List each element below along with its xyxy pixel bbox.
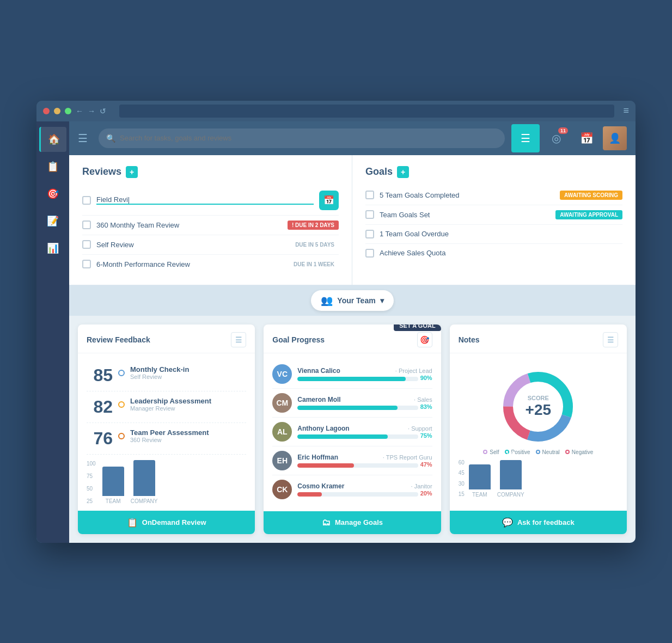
progress-bar-bg-cameron: [297, 406, 418, 410]
person-info-vienna: Vienna Calico · Project Lead 90%: [297, 367, 432, 381]
add-goal-button[interactable]: +: [397, 166, 409, 178]
review-checkbox[interactable]: [82, 240, 91, 249]
person-name-eric: Eric Hoffman: [297, 454, 338, 461]
review-item: Field Revi| 📅: [82, 186, 339, 216]
review-checkbox[interactable]: [82, 221, 91, 229]
progress-bar-fill-anthony: [297, 434, 388, 439]
bar-name-company: COMPANY: [131, 498, 158, 504]
progress-bar-fill-eric: [297, 463, 354, 468]
feedback-label: Team Peer Assessment: [130, 428, 209, 437]
chevron-down-icon: ▾: [380, 296, 384, 305]
donut-container: SCORE +25: [459, 369, 618, 445]
goal-progress-menu-button[interactable]: 🎯: [417, 332, 432, 347]
search-input[interactable]: [120, 134, 497, 142]
person-info-cosmo: Cosmo Kramer · Janitor 20%: [297, 482, 432, 497]
legend-label-neutral: Neutral: [542, 449, 560, 455]
ondemand-label: OnDemand Review: [142, 518, 206, 526]
person-avatar-eric: EH: [272, 451, 292, 470]
legend-dot-self: [483, 450, 487, 454]
y-label: 25: [87, 498, 96, 504]
app-container: 🏠 📋 🎯 📝 📊 ☰ 🔍: [36, 121, 636, 543]
notes-bar-group-team: +41 TEAM: [469, 464, 491, 498]
team-icon: 👥: [321, 295, 333, 307]
progress-bar-bg-cosmo: [297, 492, 418, 497]
chart-bar-company: 83: [133, 460, 155, 496]
review-checkbox[interactable]: [82, 196, 91, 205]
progress-pct-cameron: 83%: [420, 403, 432, 410]
manage-goals-label: Manage Goals: [335, 518, 383, 526]
ondemand-review-button[interactable]: 📋 OnDemand Review: [78, 511, 255, 534]
browser-dot-red[interactable]: [43, 108, 50, 114]
progress-row-anthony: 75%: [297, 432, 432, 439]
review-name-editing[interactable]: Field Revi|: [96, 195, 314, 205]
person-avatar-cosmo: CK: [272, 480, 292, 499]
goal-progress-card: Goal Progress 🎯 SET A GOAL VC Vienna Cal…: [264, 324, 441, 534]
manage-goals-button[interactable]: 🗂 Manage Goals: [264, 511, 441, 534]
legend-item-self: Self: [483, 449, 499, 455]
feedback-sublabel: 360 Review: [130, 437, 209, 443]
goal-progress-body: VC Vienna Calico · Project Lead: [264, 353, 441, 511]
team-selector[interactable]: 👥 Your Team ▾: [311, 290, 393, 311]
hamburger-icon[interactable]: ☰: [78, 132, 88, 145]
feedback-score-85: 85: [87, 365, 113, 385]
review-name: 360 Monthly Team Review: [96, 221, 282, 229]
sidebar-item-tasks[interactable]: 📋: [39, 154, 66, 179]
browser-dot-green[interactable]: [65, 108, 71, 114]
feedback-sublabel: Manager Review: [130, 405, 211, 412]
chart-y-labels: 100 75 50 25: [87, 461, 96, 504]
browser-window: ← → ↺ ≡ 🏠 📋 🎯 📝 📊: [36, 101, 636, 543]
goal-person-cameron: CM Cameron Moll · Sales: [272, 389, 432, 418]
notes-bar-chart: 60 45 30 15 +41: [459, 460, 618, 498]
calendar-button[interactable]: 📅: [572, 124, 601, 152]
list-icon: ☰: [521, 132, 530, 145]
set-goal-tooltip: SET A GOAL: [394, 324, 441, 331]
notes-menu-button[interactable]: ☰: [603, 332, 618, 347]
notes-bar-name-company: COMPANY: [497, 492, 524, 498]
browser-dot-yellow[interactable]: [54, 108, 60, 114]
review-checkbox[interactable]: [82, 260, 91, 268]
goal-item: Team Goals Set AWAITING APPROVAL: [365, 205, 622, 225]
review-item: 360 Monthly Team Review ! DUE IN 2 DAYS: [82, 216, 339, 235]
browser-titlebar: ← → ↺ ≡: [36, 101, 636, 121]
goal-checkbox[interactable]: [365, 230, 374, 238]
sidebar-item-home[interactable]: 🏠: [39, 127, 66, 152]
goal-item: Achieve Sales Quota: [365, 244, 622, 262]
person-info-cameron: Cameron Moll · Sales 83%: [297, 396, 432, 410]
person-role-cosmo: · Janitor: [411, 483, 432, 489]
progress-pct-eric: 47%: [420, 461, 432, 468]
address-bar[interactable]: [119, 105, 614, 118]
progress-row-cameron: 83%: [297, 403, 432, 410]
notes-y-label: 30: [459, 481, 465, 487]
target-button[interactable]: ◎ 11: [542, 124, 570, 152]
progress-row-eric: 47%: [297, 461, 432, 468]
feedback-dot-blue: [118, 370, 125, 376]
nav-forward[interactable]: →: [88, 107, 95, 115]
sidebar-item-goals[interactable]: 🎯: [39, 181, 66, 206]
reviews-icon: 📝: [47, 215, 59, 227]
sidebar-item-reviews[interactable]: 📝: [39, 209, 66, 234]
nav-back[interactable]: ←: [76, 107, 83, 115]
feedback-score-82: 82: [87, 397, 113, 417]
goal-checkbox[interactable]: [365, 191, 374, 199]
ask-feedback-button[interactable]: 💬 Ask for feedback: [450, 511, 627, 534]
avatar[interactable]: 👤: [603, 126, 627, 150]
goal-checkbox[interactable]: [365, 249, 374, 258]
review-item: Self Review DUE IN 5 DAYS: [82, 235, 339, 255]
sidebar-item-analytics[interactable]: 📊: [39, 236, 66, 261]
goal-person-vienna: VC Vienna Calico · Project Lead: [272, 360, 432, 389]
nav-refresh[interactable]: ↺: [100, 107, 106, 115]
review-feedback-header: Review Feedback ☰: [78, 324, 255, 353]
list-view-button[interactable]: ☰: [511, 124, 540, 152]
browser-menu-icon[interactable]: ≡: [623, 105, 629, 117]
goal-checkbox[interactable]: [365, 210, 374, 219]
goal-name: Achieve Sales Quota: [380, 249, 622, 257]
bar-label-company: 83: [141, 451, 147, 457]
person-role-eric: · TPS Report Guru: [383, 454, 432, 461]
tasks-icon: 📋: [47, 161, 59, 173]
calendar-icon-box[interactable]: 📅: [319, 191, 339, 210]
donut-center: SCORE +25: [526, 395, 552, 419]
chart-bar-group-company: 83 COMPANY: [131, 460, 158, 504]
add-review-button[interactable]: +: [126, 166, 138, 178]
review-feedback-menu-button[interactable]: ☰: [231, 332, 246, 347]
goals-title: Goals: [365, 166, 393, 177]
